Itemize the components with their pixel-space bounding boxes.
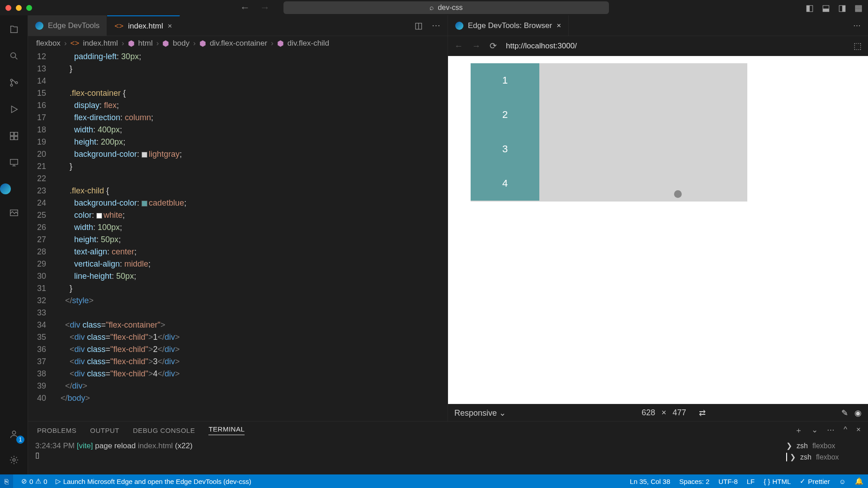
rendered-flex-container: 1 2 3 4	[471, 63, 747, 202]
rendered-flex-child: 4	[471, 166, 539, 201]
maximize-panel-icon[interactable]: ^	[844, 425, 847, 436]
device-select[interactable]: Responsive ⌄	[454, 408, 506, 418]
panel-tab-terminal[interactable]: TERMINAL	[208, 425, 245, 435]
run-debug-icon[interactable]	[0, 103, 28, 117]
status-feedback-icon[interactable]: ☺	[839, 478, 846, 485]
new-terminal-icon[interactable]: ＋	[795, 425, 802, 436]
status-indentation[interactable]: Spaces: 2	[679, 478, 710, 485]
terminal-instance[interactable]: ❯zsh flexbox	[786, 441, 861, 450]
settings-badge: 1	[16, 436, 24, 444]
error-icon: ⊘	[21, 477, 27, 485]
viewport-height[interactable]: 477	[673, 408, 686, 418]
browser-reload-icon[interactable]: ⟳	[490, 41, 497, 51]
more-actions-icon[interactable]: ⋯	[853, 21, 868, 30]
terminal[interactable]: 3:24:34 PM [vite] page reload index.html…	[28, 439, 868, 474]
more-actions-icon[interactable]: ⋯	[432, 20, 440, 31]
terminal-icon: ❯	[790, 453, 796, 461]
edit-icon[interactable]: ✎	[841, 408, 848, 418]
close-window-button[interactable]	[5, 5, 11, 11]
editor-group-right: Edge DevTools: Browser × ⋯ ← → ⟳ http://…	[448, 15, 868, 421]
tab-close-icon[interactable]: ×	[557, 21, 561, 30]
nav-back-icon[interactable]: ←	[240, 2, 250, 14]
rotate-icon[interactable]: ⇄	[699, 408, 706, 418]
tab-close-icon[interactable]: ×	[168, 22, 172, 31]
svg-rect-6	[10, 136, 13, 140]
inspect-icon[interactable]: ⬚	[854, 41, 862, 51]
titlebar: ← → ⌕ dev-css ◧ ⬓ ◨ ▦	[0, 0, 868, 15]
rendered-flex-child: 2	[471, 98, 539, 132]
remote-explorer-icon[interactable]	[0, 157, 28, 171]
browser-url[interactable]: http://localhost:3000/	[506, 42, 577, 51]
split-editor-icon[interactable]: ◫	[415, 20, 423, 31]
remote-indicator[interactable]: ⎘	[0, 474, 13, 488]
device-toolbar: Responsive ⌄ 628 × 477 ⇄ ✎ ◉	[448, 404, 868, 421]
tab-edge-devtools-browser[interactable]: Edge DevTools: Browser ×	[448, 15, 569, 36]
dimension-separator-icon: ×	[661, 408, 666, 418]
layout-panel-icon[interactable]: ⬓	[822, 3, 830, 13]
settings-gear-icon[interactable]	[9, 454, 19, 468]
terminal-icon: ❯	[786, 441, 792, 450]
layout-customize-icon[interactable]: ▦	[854, 3, 863, 13]
panel-tab-output[interactable]: OUTPUT	[90, 427, 119, 434]
layout-sidebar-left-icon[interactable]: ◧	[806, 3, 814, 13]
source-control-icon[interactable]	[0, 77, 28, 91]
status-eol[interactable]: LF	[747, 478, 755, 485]
edge-tools-icon[interactable]	[0, 183, 28, 194]
activity-bar: 1	[0, 15, 28, 474]
status-problems[interactable]: ⊘0 ⚠0	[21, 477, 47, 485]
chevron-down-icon: ⌄	[499, 408, 506, 418]
panel-tab-problems[interactable]: PROBLEMS	[37, 427, 76, 434]
terminal-dropdown-icon[interactable]: ⌄	[811, 425, 818, 436]
viewport-width[interactable]: 628	[642, 408, 655, 418]
debug-icon: ▷	[56, 477, 61, 485]
status-encoding[interactable]: UTF-8	[718, 478, 738, 485]
status-prettier[interactable]: ✓Prettier	[800, 477, 830, 485]
svg-point-3	[15, 82, 18, 84]
explorer-icon[interactable]	[0, 23, 28, 38]
html-file-icon: <>	[114, 22, 123, 31]
breadcrumb[interactable]: flexbox› <>index.html› ⬢html› ⬢body› ⬢di…	[28, 36, 448, 51]
editor-group-left: Edge DevTools <> index.html × ◫ ⋯	[28, 15, 448, 421]
status-bar: ⎘ ⊘0 ⚠0 ▷Launch Microsoft Edge and open …	[0, 474, 868, 488]
split-terminal-icon[interactable]: ⋯	[827, 425, 835, 436]
remote-icon: ⎘	[5, 478, 9, 485]
status-language[interactable]: { }HTML	[764, 478, 791, 485]
svg-point-0	[10, 53, 15, 58]
media-icon[interactable]	[0, 207, 28, 221]
nav-forward-icon[interactable]: →	[260, 2, 270, 14]
edge-icon	[35, 22, 43, 30]
browser-back-icon[interactable]: ←	[454, 41, 463, 51]
tab-index-html[interactable]: <> index.html ×	[107, 15, 179, 36]
layout-sidebar-right-icon[interactable]: ◨	[838, 3, 846, 13]
svg-rect-7	[14, 136, 17, 140]
maximize-window-button[interactable]	[26, 5, 32, 11]
svg-rect-8	[10, 160, 18, 164]
rendered-flex-child: 1	[471, 63, 539, 98]
svg-rect-5	[14, 132, 17, 136]
search-icon[interactable]	[0, 50, 28, 64]
svg-point-1	[10, 79, 13, 81]
browser-forward-icon[interactable]: →	[472, 41, 481, 51]
status-cursor-position[interactable]: Ln 35, Col 38	[630, 478, 670, 485]
minimize-window-button[interactable]	[16, 5, 22, 11]
close-panel-icon[interactable]: ×	[856, 425, 861, 436]
window-controls	[5, 5, 32, 11]
check-icon: ✓	[800, 477, 806, 485]
eye-icon[interactable]: ◉	[854, 408, 862, 418]
status-bell-icon[interactable]: 🔔	[855, 477, 863, 485]
command-center[interactable]: ⌕ dev-css	[283, 1, 609, 14]
terminal-instance[interactable]: ❯zsh flexbox	[786, 453, 861, 461]
status-launch-task[interactable]: ▷Launch Microsoft Edge and open the Edge…	[56, 477, 251, 485]
browser-viewport[interactable]: 1 2 3 4	[448, 56, 868, 404]
search-text: dev-css	[438, 4, 462, 12]
code-editor[interactable]: 1213141516171819202122232425262728293031…	[28, 51, 448, 421]
rendered-flex-child: 3	[471, 132, 539, 166]
braces-icon: { }	[764, 478, 770, 485]
panel-tab-debug-console[interactable]: DEBUG CONSOLE	[133, 427, 195, 434]
edge-icon	[455, 22, 463, 30]
svg-rect-4	[10, 132, 13, 136]
panel: PROBLEMS OUTPUT DEBUG CONSOLE TERMINAL ＋…	[28, 421, 868, 474]
tab-edge-devtools[interactable]: Edge DevTools	[28, 15, 107, 36]
extensions-icon[interactable]	[0, 130, 28, 144]
search-icon: ⌕	[429, 4, 434, 12]
